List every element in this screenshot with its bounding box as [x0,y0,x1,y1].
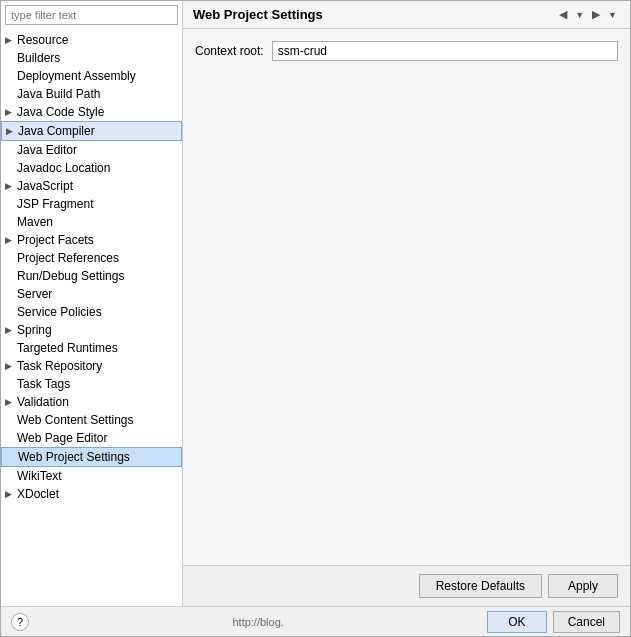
sidebar-item-jsp-fragment[interactable]: JSP Fragment [1,195,182,213]
sidebar-item-label: XDoclet [17,487,59,501]
expand-arrow: ▶ [5,35,15,45]
sidebar-item-label: Spring [17,323,52,337]
sidebar-item-label: Resource [17,33,68,47]
sidebar-item-label: Server [17,287,52,301]
apply-button[interactable]: Apply [548,574,618,598]
sidebar-item-label: JavaScript [17,179,73,193]
sidebar-item-web-project-settings[interactable]: Web Project Settings [1,447,182,467]
expand-arrow: ▶ [5,325,15,335]
sidebar-item-label: Java Editor [17,143,77,157]
context-root-row: Context root: [195,41,618,61]
sidebar-item-label: Builders [17,51,60,65]
sidebar-item-web-page-editor[interactable]: Web Page Editor [1,429,182,447]
sidebar-item-label: Web Content Settings [17,413,134,427]
restore-defaults-button[interactable]: Restore Defaults [419,574,542,598]
sidebar-item-wikitext[interactable]: WikiText [1,467,182,485]
sidebar-item-label: Project References [17,251,119,265]
sidebar-item-label: Javadoc Location [17,161,110,175]
sidebar-item-service-policies[interactable]: Service Policies [1,303,182,321]
status-bar: ? http://blog. OK Cancel [1,606,630,636]
content-panel: Web Project Settings ◀ ▼ ▶ ▼ Context roo… [183,1,630,606]
sidebar-item-label: Java Code Style [17,105,104,119]
forward-button[interactable]: ▶ [589,7,603,22]
sidebar-item-project-references[interactable]: Project References [1,249,182,267]
back-button[interactable]: ◀ [556,7,570,22]
expand-arrow: ▶ [5,235,15,245]
nav-buttons: ◀ ▼ ▶ ▼ [556,7,620,22]
sidebar-item-spring[interactable]: ▶ Spring [1,321,182,339]
sidebar-item-javascript[interactable]: ▶ JavaScript [1,177,182,195]
sidebar-item-label: JSP Fragment [17,197,93,211]
sidebar-item-label: Java Compiler [18,124,95,138]
content-body: Context root: [183,29,630,565]
sidebar-item-resource[interactable]: ▶ Resource [1,31,182,49]
sidebar-item-targeted-runtimes[interactable]: Targeted Runtimes [1,339,182,357]
sidebar-item-xdoclet[interactable]: ▶ XDoclet [1,485,182,503]
context-root-input[interactable] [272,41,618,61]
status-url: http://blog. [232,616,283,628]
sidebar-item-label: Service Policies [17,305,102,319]
sidebar-item-label: Project Facets [17,233,94,247]
sidebar-item-label: Targeted Runtimes [17,341,118,355]
sidebar-item-task-tags[interactable]: Task Tags [1,375,182,393]
sidebar-item-java-editor[interactable]: Java Editor [1,141,182,159]
sidebar-item-maven[interactable]: Maven [1,213,182,231]
expand-arrow: ▶ [5,361,15,371]
expand-arrow: ▶ [6,126,16,136]
page-title: Web Project Settings [193,7,323,22]
content-header: Web Project Settings ◀ ▼ ▶ ▼ [183,1,630,29]
sidebar-item-project-facets[interactable]: ▶ Project Facets [1,231,182,249]
dialog-body: ▶ Resource Builders Deployment Assembly … [1,1,630,606]
sidebar-item-java-code-style[interactable]: ▶ Java Code Style [1,103,182,121]
sidebar-item-task-repository[interactable]: ▶ Task Repository [1,357,182,375]
expand-arrow: ▶ [5,489,15,499]
ok-button[interactable]: OK [487,611,546,633]
filter-input[interactable] [5,5,178,25]
sidebar-item-label: Web Page Editor [17,431,108,445]
expand-arrow: ▶ [5,397,15,407]
sidebar-item-validation[interactable]: ▶ Validation [1,393,182,411]
expand-arrow: ▶ [5,181,15,191]
sidebar-item-label: Validation [17,395,69,409]
sidebar-item-label: Web Project Settings [18,450,130,464]
sidebar-item-label: Deployment Assembly [17,69,136,83]
sidebar-item-label: Task Repository [17,359,102,373]
sidebar: ▶ Resource Builders Deployment Assembly … [1,1,183,606]
help-button[interactable]: ? [11,613,29,631]
sidebar-item-label: Run/Debug Settings [17,269,124,283]
sidebar-item-server[interactable]: Server [1,285,182,303]
expand-arrow: ▶ [5,107,15,117]
sidebar-item-label: WikiText [17,469,62,483]
context-root-label: Context root: [195,44,264,58]
sidebar-item-builders[interactable]: Builders [1,49,182,67]
dialog-window: ▶ Resource Builders Deployment Assembly … [0,0,631,637]
sidebar-item-label: Maven [17,215,53,229]
sidebar-item-label: Task Tags [17,377,70,391]
sidebar-item-javadoc-location[interactable]: Javadoc Location [1,159,182,177]
sidebar-item-label: Java Build Path [17,87,100,101]
dialog-footer: Restore Defaults Apply [183,565,630,606]
sidebar-item-deployment-assembly[interactable]: Deployment Assembly [1,67,182,85]
tree: ▶ Resource Builders Deployment Assembly … [1,29,182,606]
sidebar-item-java-build-path[interactable]: Java Build Path [1,85,182,103]
forward-dropdown-button[interactable]: ▼ [605,7,620,22]
sidebar-item-java-compiler[interactable]: ▶ Java Compiler [1,121,182,141]
sidebar-item-run-debug-settings[interactable]: Run/Debug Settings [1,267,182,285]
sidebar-item-web-content-settings[interactable]: Web Content Settings [1,411,182,429]
ok-cancel-buttons: OK Cancel [487,611,620,633]
back-dropdown-button[interactable]: ▼ [572,7,587,22]
cancel-button[interactable]: Cancel [553,611,620,633]
